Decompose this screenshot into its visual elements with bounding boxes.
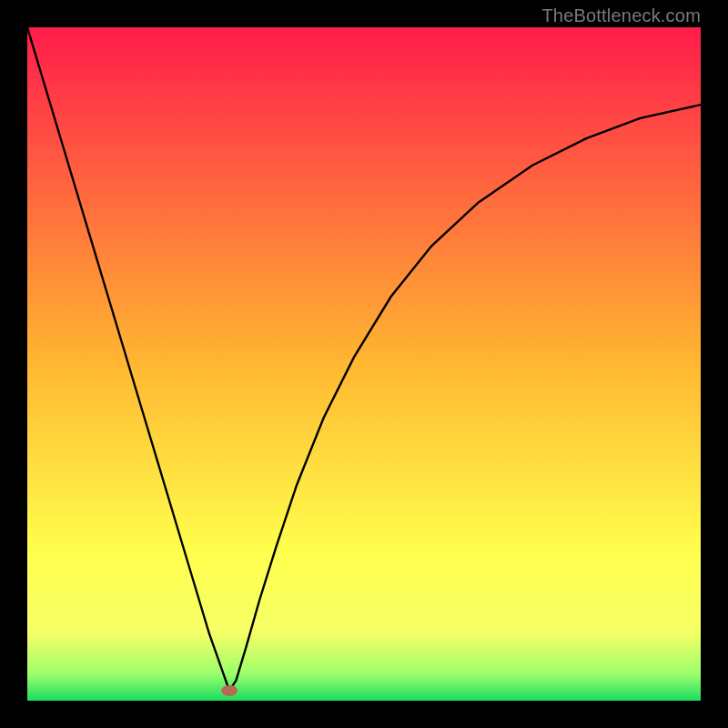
watermark-text: TheBottleneck.com <box>541 5 701 26</box>
minimum-marker <box>221 685 238 696</box>
plot-area <box>27 27 701 701</box>
chart-frame: TheBottleneck.com <box>0 0 728 728</box>
chart-svg <box>27 27 701 701</box>
